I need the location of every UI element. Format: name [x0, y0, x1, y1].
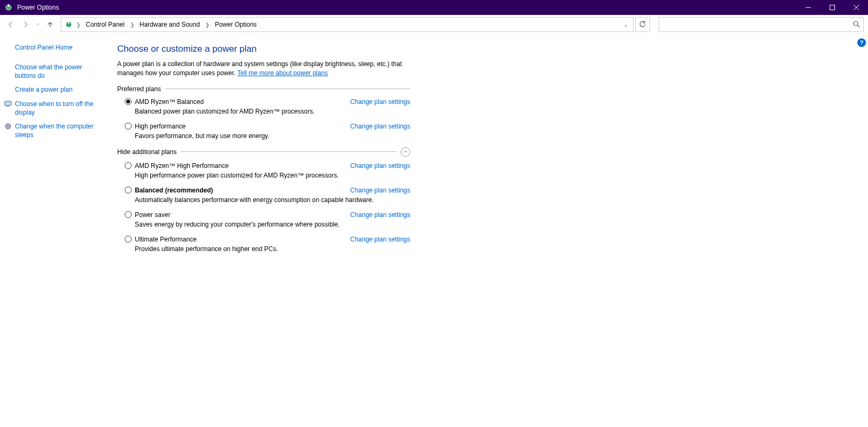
- svg-rect-11: [7, 106, 9, 107]
- svg-line-9: [857, 25, 859, 27]
- plan-name[interactable]: AMD Ryzen™ Balanced: [135, 98, 350, 106]
- breadcrumb-seg-1[interactable]: Control Panel: [84, 21, 127, 28]
- search-box[interactable]: [659, 17, 864, 32]
- change-plan-settings-link[interactable]: Change plan settings: [350, 187, 410, 194]
- display-icon: [4, 100, 12, 108]
- app-icon: [4, 3, 13, 12]
- navbar: ❯ Control Panel ❯ Hardware and Sound ❯ P…: [0, 15, 868, 34]
- chevron-right-icon[interactable]: ❯: [75, 22, 82, 28]
- plan-radio[interactable]: [125, 123, 132, 130]
- section-label: Preferred plans: [117, 85, 161, 93]
- main-content: Choose or customize a power plan A power…: [107, 34, 421, 427]
- plan-radio[interactable]: [125, 236, 132, 243]
- plan-desc: Balanced power plan customized for AMD R…: [135, 108, 410, 115]
- change-plan-settings-link[interactable]: Change plan settings: [350, 162, 410, 170]
- minimize-button[interactable]: [796, 0, 820, 15]
- sidebar-task-power-buttons[interactable]: Choose what the power buttons do: [15, 63, 101, 80]
- svg-point-8: [854, 21, 858, 26]
- location-icon: [64, 20, 73, 29]
- sidebar-task-label: Choose when to turn off the display: [15, 100, 93, 116]
- plan-radio[interactable]: [125, 162, 132, 169]
- change-plan-settings-link[interactable]: Change plan settings: [350, 211, 410, 219]
- plan-radio[interactable]: [125, 98, 132, 105]
- chevron-right-icon[interactable]: ❯: [204, 22, 210, 28]
- change-plan-settings-link[interactable]: Change plan settings: [350, 98, 410, 106]
- help-button[interactable]: ?: [857, 38, 866, 47]
- refresh-button[interactable]: [635, 17, 650, 32]
- forward-button[interactable]: [19, 18, 32, 31]
- sidebar-task-label: Change when the computer sleeps: [15, 123, 93, 139]
- maximize-button[interactable]: [820, 0, 844, 15]
- svg-rect-3: [830, 5, 834, 10]
- sidebar-task-create-plan[interactable]: Create a power plan: [15, 85, 101, 94]
- plan-name[interactable]: Ultimate Performance: [135, 236, 350, 243]
- sidebar-task-turn-off-display[interactable]: Choose when to turn off the display: [5, 100, 101, 117]
- search-input[interactable]: [662, 21, 853, 28]
- page-title: Choose or customize a power plan: [117, 44, 410, 54]
- svg-rect-10: [5, 101, 11, 106]
- collapse-toggle[interactable]: [401, 147, 410, 157]
- plan-radio[interactable]: [125, 211, 132, 218]
- plan-ultimate-performance: Ultimate Performance Change plan setting…: [125, 236, 410, 253]
- plan-desc: Provides ultimate performance on higher …: [135, 245, 410, 253]
- change-plan-settings-link[interactable]: Change plan settings: [350, 123, 410, 130]
- plan-desc: High performance power plan customized f…: [135, 172, 410, 179]
- back-button[interactable]: [4, 18, 17, 31]
- address-bar[interactable]: ❯ Control Panel ❯ Hardware and Sound ❯ P…: [61, 17, 634, 32]
- plan-radio[interactable]: [125, 187, 132, 194]
- preferred-plans-header: Preferred plans: [117, 85, 410, 93]
- tell-me-more-link[interactable]: Tell me more about power plans: [237, 69, 328, 77]
- sidebar-task-computer-sleeps[interactable]: Change when the computer sleeps: [5, 122, 101, 139]
- svg-rect-1: [8, 4, 9, 7]
- address-dropdown[interactable]: ⌄: [621, 22, 630, 28]
- additional-plans-header: Hide additional plans: [117, 147, 410, 157]
- recent-dropdown[interactable]: [34, 18, 42, 31]
- svg-point-12: [5, 124, 11, 129]
- breadcrumb-seg-2[interactable]: Hardware and Sound: [137, 21, 202, 28]
- chevron-right-icon[interactable]: ❯: [129, 22, 135, 28]
- plan-high-performance: High performance Change plan settings Fa…: [125, 123, 410, 140]
- section-label: Hide additional plans: [117, 148, 176, 156]
- plan-desc: Automatically balances performance with …: [135, 196, 410, 204]
- plan-balanced: Balanced (recommended) Change plan setti…: [125, 187, 410, 204]
- close-button[interactable]: [844, 0, 868, 15]
- plan-amd-balanced: AMD Ryzen™ Balanced Change plan settings…: [125, 98, 410, 115]
- window-title: Power Options: [17, 4, 59, 11]
- control-panel-home-link[interactable]: Control Panel Home: [15, 44, 101, 51]
- sidebar: Control Panel Home Choose what the power…: [0, 34, 107, 427]
- change-plan-settings-link[interactable]: Change plan settings: [350, 236, 410, 243]
- divider: [165, 88, 410, 89]
- plan-desc: Favors performance, but may use more ene…: [135, 132, 410, 140]
- intro-text: A power plan is a collection of hardware…: [117, 60, 410, 78]
- plan-amd-high-performance: AMD Ryzen™ High Performance Change plan …: [125, 162, 410, 179]
- svg-rect-7: [68, 22, 69, 24]
- titlebar: Power Options: [0, 0, 868, 15]
- plan-name[interactable]: Power saver: [135, 211, 350, 219]
- divider: [181, 151, 396, 152]
- breadcrumb-seg-3[interactable]: Power Options: [213, 21, 259, 28]
- plan-desc: Saves energy by reducing your computer's…: [135, 221, 410, 228]
- plan-name[interactable]: AMD Ryzen™ High Performance: [135, 162, 350, 170]
- plan-name[interactable]: High performance: [135, 123, 350, 130]
- search-icon[interactable]: [853, 20, 860, 29]
- plan-name[interactable]: Balanced (recommended): [135, 187, 350, 194]
- moon-icon: [4, 123, 12, 130]
- plan-power-saver: Power saver Change plan settings Saves e…: [125, 211, 410, 228]
- up-button[interactable]: [44, 18, 56, 31]
